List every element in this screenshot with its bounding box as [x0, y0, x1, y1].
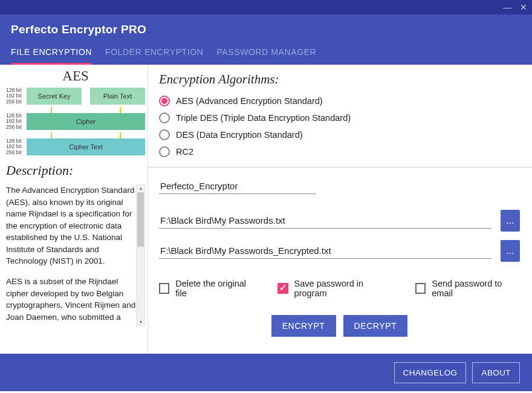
- header: Perfecto Encryptor PRO FILE ENCRYPTION F…: [0, 15, 532, 65]
- description-body: The Advanced Encryption Standard (AES), …: [6, 184, 145, 326]
- left-panel: AES 128 bit 192 bit 256 bit Secret Key P…: [0, 65, 148, 354]
- check-save-password[interactable]: Save password in program: [277, 279, 392, 298]
- scroll-thumb[interactable]: [137, 192, 144, 247]
- action-buttons: ENCRYPT DECRYPT: [159, 315, 520, 337]
- check-delete-original[interactable]: Delete the original file: [159, 279, 255, 298]
- checkbox-icon: [277, 283, 288, 294]
- radio-aes[interactable]: AES (Advanced Encryption Standard): [159, 96, 520, 106]
- about-button[interactable]: ABOUT: [472, 362, 520, 383]
- tabs: FILE ENCRYPTION FOLDER ENCRYPTION PASSWO…: [11, 47, 521, 65]
- password-field[interactable]: [159, 178, 316, 194]
- changelog-button[interactable]: CHANGELOG: [394, 362, 467, 383]
- radio-indicator-icon: [159, 96, 170, 106]
- bits-label: 128 bit 192 bit 256 bit: [6, 88, 24, 105]
- radio-indicator-icon: [159, 146, 170, 157]
- source-path-field[interactable]: [159, 213, 491, 229]
- diagram-title: AES: [6, 68, 145, 84]
- decrypt-button[interactable]: DECRYPT: [343, 315, 408, 337]
- radio-indicator-icon: [159, 112, 170, 123]
- radio-indicator-icon: [159, 129, 170, 140]
- close-icon[interactable]: ✕: [520, 3, 527, 11]
- radio-des[interactable]: DES (Data Encryption Standard): [159, 129, 520, 140]
- app-title: Perfecto Encryptor PRO: [11, 23, 521, 36]
- tab-folder-encryption[interactable]: FOLDER ENCRYPTION: [105, 47, 203, 65]
- algorithms-heading: Encryption Algorithms:: [159, 72, 520, 87]
- checkbox-icon: [415, 283, 426, 294]
- scroll-down-icon[interactable]: ▾: [137, 319, 144, 325]
- divider: [148, 167, 532, 167]
- aes-diagram: 128 bit 192 bit 256 bit Secret Key Plain…: [6, 88, 145, 155]
- tab-password-manager[interactable]: PASSWORD MANAGER: [216, 47, 316, 65]
- check-send-email[interactable]: Send password to email: [415, 279, 520, 298]
- scroll-up-icon[interactable]: ▴: [137, 186, 144, 191]
- radio-rc2[interactable]: RC2: [159, 146, 520, 157]
- description-scrollbar[interactable]: ▴ ▾: [136, 184, 145, 326]
- browse-source-button[interactable]: ...: [501, 210, 520, 232]
- title-bar: — ✕: [0, 0, 532, 15]
- content: AES 128 bit 192 bit 256 bit Secret Key P…: [0, 65, 532, 354]
- block-cipher-text: Cipher Text: [27, 138, 145, 155]
- radio-triple-des[interactable]: Triple DES (Triple Data Encryption Stand…: [159, 112, 520, 123]
- footer: CHANGELOG ABOUT: [0, 354, 532, 391]
- block-secret-key: Secret Key: [27, 88, 82, 105]
- tab-file-encryption[interactable]: FILE ENCRYPTION: [11, 47, 92, 65]
- block-plain-text: Plain Text: [90, 88, 145, 105]
- options-row: Delete the original file Save password i…: [159, 279, 520, 298]
- encrypt-button[interactable]: ENCRYPT: [271, 315, 336, 337]
- right-panel: Encryption Algorithms: AES (Advanced Enc…: [148, 65, 532, 354]
- minimize-icon[interactable]: —: [503, 3, 511, 11]
- dest-path-field[interactable]: [159, 243, 491, 259]
- block-cipher: Cipher: [27, 113, 145, 130]
- browse-dest-button[interactable]: ...: [501, 240, 520, 262]
- checkbox-icon: [159, 283, 169, 294]
- description-heading: Description:: [6, 163, 145, 178]
- algorithm-radios: AES (Advanced Encryption Standard) Tripl…: [159, 96, 520, 157]
